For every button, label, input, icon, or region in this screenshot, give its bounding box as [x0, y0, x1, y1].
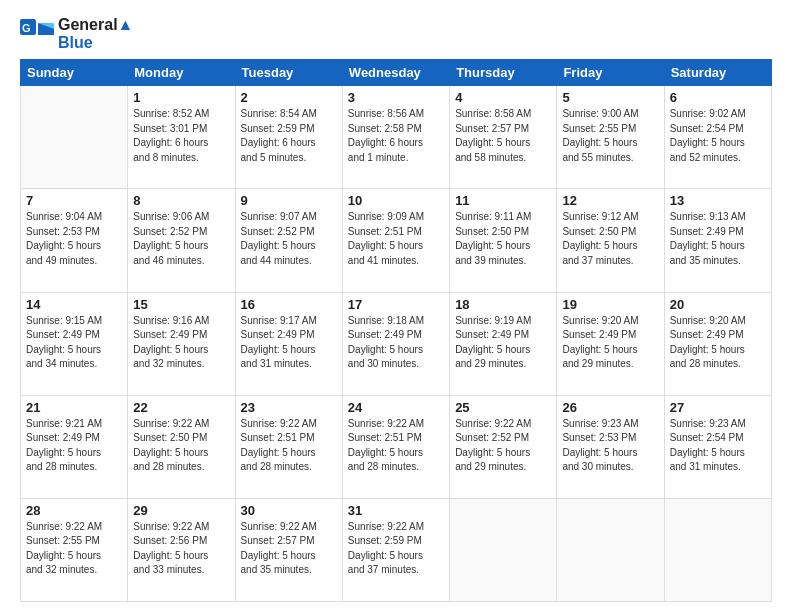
day-number: 5: [562, 90, 658, 105]
calendar-day-cell: 16Sunrise: 9:17 AM Sunset: 2:49 PM Dayli…: [235, 292, 342, 395]
page: G General▲ Blue SundayMondayTuesdayWedne…: [0, 0, 792, 612]
day-info: Sunrise: 9:21 AM Sunset: 2:49 PM Dayligh…: [26, 417, 122, 475]
day-number: 15: [133, 297, 229, 312]
day-number: 2: [241, 90, 337, 105]
calendar-header-cell: Thursday: [450, 60, 557, 86]
day-number: 14: [26, 297, 122, 312]
calendar-day-cell: 17Sunrise: 9:18 AM Sunset: 2:49 PM Dayli…: [342, 292, 449, 395]
calendar-day-cell: 21Sunrise: 9:21 AM Sunset: 2:49 PM Dayli…: [21, 395, 128, 498]
calendar-day-cell: [450, 498, 557, 601]
day-info: Sunrise: 9:04 AM Sunset: 2:53 PM Dayligh…: [26, 210, 122, 268]
day-number: 4: [455, 90, 551, 105]
day-info: Sunrise: 9:22 AM Sunset: 2:57 PM Dayligh…: [241, 520, 337, 578]
calendar-day-cell: 19Sunrise: 9:20 AM Sunset: 2:49 PM Dayli…: [557, 292, 664, 395]
day-info: Sunrise: 9:13 AM Sunset: 2:49 PM Dayligh…: [670, 210, 766, 268]
calendar-day-cell: 10Sunrise: 9:09 AM Sunset: 2:51 PM Dayli…: [342, 189, 449, 292]
logo-icon: G: [20, 19, 56, 49]
calendar-day-cell: 9Sunrise: 9:07 AM Sunset: 2:52 PM Daylig…: [235, 189, 342, 292]
calendar-body: 1Sunrise: 8:52 AM Sunset: 3:01 PM Daylig…: [21, 86, 772, 602]
day-number: 19: [562, 297, 658, 312]
day-number: 11: [455, 193, 551, 208]
day-number: 18: [455, 297, 551, 312]
day-info: Sunrise: 9:00 AM Sunset: 2:55 PM Dayligh…: [562, 107, 658, 165]
calendar-day-cell: 2Sunrise: 8:54 AM Sunset: 2:59 PM Daylig…: [235, 86, 342, 189]
calendar-day-cell: 23Sunrise: 9:22 AM Sunset: 2:51 PM Dayli…: [235, 395, 342, 498]
logo-text-line1: General▲: [58, 16, 133, 34]
day-info: Sunrise: 9:11 AM Sunset: 2:50 PM Dayligh…: [455, 210, 551, 268]
day-number: 16: [241, 297, 337, 312]
calendar-week-row: 21Sunrise: 9:21 AM Sunset: 2:49 PM Dayli…: [21, 395, 772, 498]
day-info: Sunrise: 9:22 AM Sunset: 2:52 PM Dayligh…: [455, 417, 551, 475]
calendar-day-cell: 24Sunrise: 9:22 AM Sunset: 2:51 PM Dayli…: [342, 395, 449, 498]
day-info: Sunrise: 9:22 AM Sunset: 2:55 PM Dayligh…: [26, 520, 122, 578]
day-number: 26: [562, 400, 658, 415]
day-info: Sunrise: 9:12 AM Sunset: 2:50 PM Dayligh…: [562, 210, 658, 268]
day-number: 29: [133, 503, 229, 518]
calendar-week-row: 28Sunrise: 9:22 AM Sunset: 2:55 PM Dayli…: [21, 498, 772, 601]
calendar-day-cell: 31Sunrise: 9:22 AM Sunset: 2:59 PM Dayli…: [342, 498, 449, 601]
day-number: 23: [241, 400, 337, 415]
calendar-table: SundayMondayTuesdayWednesdayThursdayFrid…: [20, 59, 772, 602]
day-info: Sunrise: 8:54 AM Sunset: 2:59 PM Dayligh…: [241, 107, 337, 165]
day-number: 30: [241, 503, 337, 518]
day-number: 8: [133, 193, 229, 208]
calendar-day-cell: 13Sunrise: 9:13 AM Sunset: 2:49 PM Dayli…: [664, 189, 771, 292]
day-info: Sunrise: 8:52 AM Sunset: 3:01 PM Dayligh…: [133, 107, 229, 165]
day-info: Sunrise: 9:17 AM Sunset: 2:49 PM Dayligh…: [241, 314, 337, 372]
logo: G General▲ Blue: [20, 16, 133, 51]
day-info: Sunrise: 9:02 AM Sunset: 2:54 PM Dayligh…: [670, 107, 766, 165]
day-info: Sunrise: 9:07 AM Sunset: 2:52 PM Dayligh…: [241, 210, 337, 268]
day-number: 1: [133, 90, 229, 105]
day-info: Sunrise: 9:22 AM Sunset: 2:51 PM Dayligh…: [348, 417, 444, 475]
svg-text:G: G: [22, 22, 31, 34]
day-number: 27: [670, 400, 766, 415]
calendar-day-cell: 6Sunrise: 9:02 AM Sunset: 2:54 PM Daylig…: [664, 86, 771, 189]
calendar-day-cell: [21, 86, 128, 189]
day-info: Sunrise: 9:09 AM Sunset: 2:51 PM Dayligh…: [348, 210, 444, 268]
calendar-day-cell: 1Sunrise: 8:52 AM Sunset: 3:01 PM Daylig…: [128, 86, 235, 189]
day-number: 31: [348, 503, 444, 518]
calendar-week-row: 1Sunrise: 8:52 AM Sunset: 3:01 PM Daylig…: [21, 86, 772, 189]
day-number: 25: [455, 400, 551, 415]
calendar-week-row: 14Sunrise: 9:15 AM Sunset: 2:49 PM Dayli…: [21, 292, 772, 395]
calendar-day-cell: [664, 498, 771, 601]
calendar-day-cell: 30Sunrise: 9:22 AM Sunset: 2:57 PM Dayli…: [235, 498, 342, 601]
day-number: 20: [670, 297, 766, 312]
calendar-header-cell: Friday: [557, 60, 664, 86]
day-info: Sunrise: 9:16 AM Sunset: 2:49 PM Dayligh…: [133, 314, 229, 372]
day-number: 10: [348, 193, 444, 208]
calendar-day-cell: 29Sunrise: 9:22 AM Sunset: 2:56 PM Dayli…: [128, 498, 235, 601]
calendar-day-cell: 26Sunrise: 9:23 AM Sunset: 2:53 PM Dayli…: [557, 395, 664, 498]
day-info: Sunrise: 9:22 AM Sunset: 2:56 PM Dayligh…: [133, 520, 229, 578]
day-info: Sunrise: 9:20 AM Sunset: 2:49 PM Dayligh…: [670, 314, 766, 372]
calendar-day-cell: 11Sunrise: 9:11 AM Sunset: 2:50 PM Dayli…: [450, 189, 557, 292]
calendar-day-cell: 20Sunrise: 9:20 AM Sunset: 2:49 PM Dayli…: [664, 292, 771, 395]
calendar-day-cell: 14Sunrise: 9:15 AM Sunset: 2:49 PM Dayli…: [21, 292, 128, 395]
calendar-header-cell: Wednesday: [342, 60, 449, 86]
day-info: Sunrise: 9:22 AM Sunset: 2:59 PM Dayligh…: [348, 520, 444, 578]
day-number: 13: [670, 193, 766, 208]
calendar-day-cell: 25Sunrise: 9:22 AM Sunset: 2:52 PM Dayli…: [450, 395, 557, 498]
calendar-header-cell: Saturday: [664, 60, 771, 86]
calendar-header-cell: Sunday: [21, 60, 128, 86]
day-number: 17: [348, 297, 444, 312]
calendar-week-row: 7Sunrise: 9:04 AM Sunset: 2:53 PM Daylig…: [21, 189, 772, 292]
day-info: Sunrise: 9:22 AM Sunset: 2:51 PM Dayligh…: [241, 417, 337, 475]
day-number: 3: [348, 90, 444, 105]
calendar-day-cell: 4Sunrise: 8:58 AM Sunset: 2:57 PM Daylig…: [450, 86, 557, 189]
calendar-day-cell: 18Sunrise: 9:19 AM Sunset: 2:49 PM Dayli…: [450, 292, 557, 395]
day-number: 9: [241, 193, 337, 208]
calendar-header-row: SundayMondayTuesdayWednesdayThursdayFrid…: [21, 60, 772, 86]
day-number: 6: [670, 90, 766, 105]
calendar-day-cell: 7Sunrise: 9:04 AM Sunset: 2:53 PM Daylig…: [21, 189, 128, 292]
day-info: Sunrise: 9:20 AM Sunset: 2:49 PM Dayligh…: [562, 314, 658, 372]
calendar-header-cell: Tuesday: [235, 60, 342, 86]
day-info: Sunrise: 9:22 AM Sunset: 2:50 PM Dayligh…: [133, 417, 229, 475]
day-info: Sunrise: 9:23 AM Sunset: 2:53 PM Dayligh…: [562, 417, 658, 475]
day-number: 24: [348, 400, 444, 415]
day-number: 22: [133, 400, 229, 415]
calendar-day-cell: 8Sunrise: 9:06 AM Sunset: 2:52 PM Daylig…: [128, 189, 235, 292]
day-info: Sunrise: 9:18 AM Sunset: 2:49 PM Dayligh…: [348, 314, 444, 372]
calendar-day-cell: 15Sunrise: 9:16 AM Sunset: 2:49 PM Dayli…: [128, 292, 235, 395]
day-info: Sunrise: 8:56 AM Sunset: 2:58 PM Dayligh…: [348, 107, 444, 165]
